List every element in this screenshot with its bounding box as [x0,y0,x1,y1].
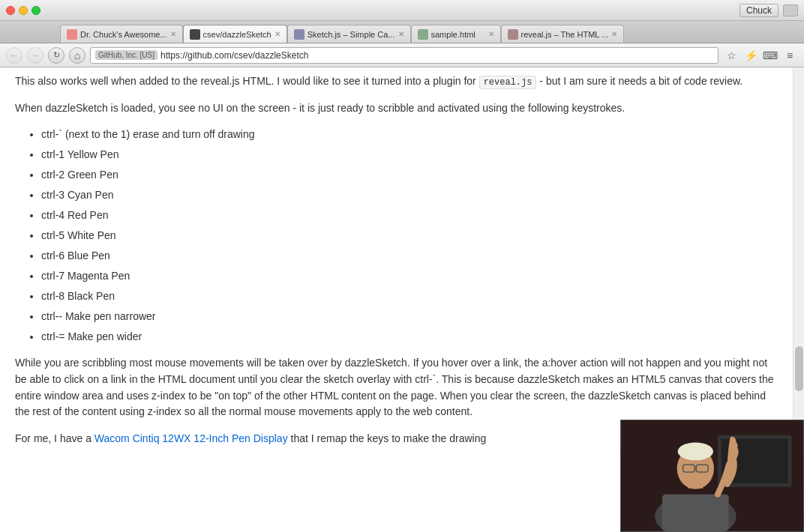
tab-favicon [67,29,77,40]
last-text-end: that I remap the keys to make the drawin… [291,432,487,444]
forward-button[interactable]: → [27,47,44,64]
body-text: While you are scribbling most mouse move… [15,357,774,417]
list-item: ctrl-2 Green Pen [41,167,778,183]
tab-favicon-sample [418,29,428,40]
list-item: ctrl-7 Magenta Pen [41,268,778,284]
fullscreen-button[interactable] [783,4,798,16]
content-area: This also works well when added to the r… [0,67,804,532]
tab-favicon-reveal [508,29,518,40]
reveal-js-code: reveal.js [479,76,537,89]
tab-favicon-active [190,29,200,40]
intro-text-2: When dazzleSketch is loaded, you see no … [15,102,625,114]
tab-close-sample-icon[interactable]: ✕ [488,30,494,38]
list-item: ctrl-- Make pen narrower [41,309,778,324]
intro-text-1-cont: - but I am sure it needs a bit of code r… [539,75,742,87]
tab-close-icon[interactable]: ✕ [170,30,176,38]
tab-close-sketch-icon[interactable]: ✕ [398,30,404,38]
address-bar[interactable]: GitHub, Inc. [US] https://github.com/cse… [90,47,718,64]
list-item: ctrl-6 Blue Pen [41,248,778,264]
list-item: ctrl-4 Red Pen [41,208,778,223]
tab-reveal-js[interactable]: reveal.js – The HTML ... ✕ [501,25,625,43]
list-item: ctrl-5 White Pen [41,228,778,244]
video-overlay [620,420,804,532]
keystroke-list: ctrl-` (next to the 1) erase and turn of… [41,127,778,345]
back-button[interactable]: ← [6,47,22,64]
home-button[interactable]: ⌂ [69,47,86,64]
list-item: ctrl-1 Yellow Pen [41,147,778,163]
browser-window: Chuck Dr. Chuck's Awesome... ✕ csev/dazz… [0,0,804,532]
tab-dr-chuck[interactable]: Dr. Chuck's Awesome... ✕ [60,25,183,43]
svg-rect-4 [662,495,729,531]
menu-icon[interactable]: ≡ [782,47,798,64]
extensions-icon[interactable]: ⚡ [742,47,759,64]
address-url: https://github.com/csev/dazzleSketch [160,50,713,61]
refresh-button[interactable]: ↻ [48,47,64,64]
list-item: ctrl-3 Cyan Pen [41,187,778,203]
user-badge[interactable]: Chuck [740,4,778,17]
person-svg [621,420,803,531]
scrollbar-thumb[interactable] [795,346,803,391]
traffic-lights [6,6,40,15]
tab-favicon-sketch [294,29,304,40]
list-item: ctrl-8 Black Pen [41,288,778,304]
tab-close-reveal-icon[interactable]: ✕ [611,30,617,38]
bookmarks-icon[interactable]: ☆ [723,47,740,64]
nav-bar: ← → ↻ ⌂ GitHub, Inc. [US] https://github… [0,43,804,67]
minimize-button[interactable] [19,6,28,15]
video-person [621,420,803,531]
svg-point-7 [678,443,713,461]
video-content [621,420,803,531]
list-item: ctrl-= Make pen wider [41,329,778,345]
close-button[interactable] [6,6,15,15]
body-block: While you are scribbling most mouse move… [15,355,778,420]
tab-close-active-icon[interactable]: ✕ [274,30,280,38]
maximize-button[interactable] [32,6,40,15]
title-bar: Chuck [0,0,804,21]
address-badge: GitHub, Inc. [US] [95,50,158,60]
nav-right-icons: ☆ ⚡ ⌨ ≡ [723,47,798,64]
intro-block-2: When dazzleSketch is loaded, you see no … [15,100,778,117]
intro-block-1: This also works well when added to the r… [15,73,778,90]
wacom-link[interactable]: Wacom Cintiq 12WX 12-Inch Pen Display [94,432,288,444]
last-text-start: For me, I have a [15,432,92,444]
tab-sample-html[interactable]: sample.html ✕ [411,25,501,43]
intro-text-1: This also works well when added to the r… [15,75,476,87]
tabs-bar: Dr. Chuck's Awesome... ✕ csev/dazzleSket… [0,21,804,43]
tab-sketch-js[interactable]: Sketch.js – Simple Ca... ✕ [287,25,411,43]
dev-tools-icon[interactable]: ⌨ [762,47,778,64]
list-item: ctrl-` (next to the 1) erase and turn of… [41,127,778,142]
tab-dazzle-sketch[interactable]: csev/dazzleSketch ✕ [183,25,287,43]
